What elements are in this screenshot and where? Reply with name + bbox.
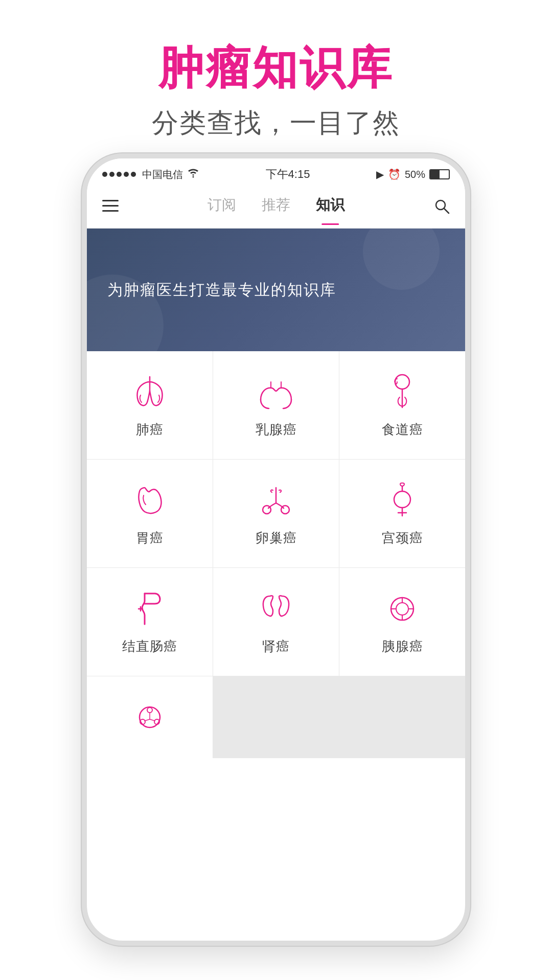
grid-item-kidney[interactable]: 肾癌 (213, 568, 339, 676)
grid-item-lung[interactable]: 肺癌 (87, 351, 213, 459)
pancreas-icon (382, 588, 423, 629)
stomach-icon (129, 480, 170, 521)
tab-recommend[interactable]: 推荐 (262, 195, 290, 220)
svg-line-31 (145, 719, 150, 721)
grid-item-other[interactable] (87, 676, 213, 758)
svg-rect-3 (102, 210, 119, 212)
colon-icon (129, 588, 170, 629)
pancreas-label: 胰腺癌 (382, 637, 423, 655)
cancer-grid: 肺癌 乳腺癌 食道癌 (87, 351, 465, 758)
ovary-label: 卵巢癌 (256, 529, 297, 547)
menu-icon[interactable] (102, 199, 119, 216)
banner: 为肿瘤医生打造最专业的知识库 (87, 229, 465, 351)
page-title-main: 肿瘤知识库 (0, 41, 552, 95)
other-icon (129, 697, 170, 738)
grid-item-colon[interactable]: 结直肠癌 (87, 568, 213, 676)
nav-tabs: 订阅 推荐 知识 (87, 187, 465, 229)
grid-item-breast[interactable]: 乳腺癌 (213, 351, 339, 459)
dot1 (102, 172, 107, 177)
signal-dots (102, 172, 136, 177)
svg-line-30 (150, 719, 155, 721)
lung-label: 肺癌 (136, 421, 164, 439)
status-left: 中国电信 (102, 168, 199, 181)
svg-point-13 (394, 491, 410, 508)
location-icon: ▶ (376, 168, 384, 180)
page-header: 肿瘤知识库 分类查找，一目了然 (0, 0, 552, 162)
svg-point-20 (396, 603, 408, 615)
cervix-icon (382, 480, 423, 521)
status-right: ▶ ⏰ 50% (376, 168, 450, 180)
time-display: 下午4:15 (266, 167, 310, 182)
dot5 (131, 172, 136, 177)
tab-knowledge[interactable]: 知识 (316, 195, 344, 220)
battery-indicator (429, 169, 450, 179)
stomach-label: 胃癌 (136, 529, 164, 547)
dot3 (117, 172, 122, 177)
cervix-label: 宫颈癌 (382, 529, 423, 547)
lung-icon (129, 372, 170, 413)
svg-point-11 (263, 506, 271, 514)
svg-rect-1 (102, 200, 119, 201)
status-bar: 中国电信 下午4:15 ▶ ⏰ 50% (87, 158, 465, 187)
battery-percent: 50% (405, 169, 425, 180)
dot2 (109, 172, 114, 177)
search-icon[interactable] (433, 198, 450, 218)
esophagus-icon (382, 372, 423, 413)
grid-item-cervix[interactable]: 宫颈癌 (339, 460, 465, 567)
kidney-label: 肾癌 (262, 637, 290, 655)
breast-icon (256, 372, 296, 413)
svg-line-5 (444, 209, 449, 213)
svg-point-0 (193, 176, 194, 178)
grid-item-ovary[interactable]: 卵巢癌 (213, 460, 339, 567)
grid-item-esophagus[interactable]: 食道癌 (339, 351, 465, 459)
banner-text: 为肿瘤医生打造最专业的知识库 (107, 280, 336, 301)
carrier-label: 中国电信 (142, 168, 183, 181)
kidney-icon (256, 588, 296, 629)
page-title-sub: 分类查找，一目了然 (0, 105, 552, 141)
alarm-icon: ⏰ (388, 168, 401, 180)
wifi-icon (187, 168, 199, 181)
phone-frame: 中国电信 下午4:15 ▶ ⏰ 50% (82, 153, 470, 946)
breast-label: 乳腺癌 (256, 421, 297, 439)
svg-point-26 (147, 708, 152, 713)
battery-bar (429, 169, 450, 179)
ovary-icon (256, 480, 296, 521)
tabs-group: 订阅 推荐 知识 (208, 195, 344, 220)
svg-point-12 (281, 506, 289, 514)
tab-subscribe[interactable]: 订阅 (208, 195, 236, 220)
grid-item-pancreas[interactable]: 胰腺癌 (339, 568, 465, 676)
colon-label: 结直肠癌 (122, 637, 177, 655)
esophagus-label: 食道癌 (382, 421, 423, 439)
dot4 (124, 172, 129, 177)
svg-rect-2 (102, 205, 119, 207)
battery-fill (430, 170, 440, 178)
grid-item-stomach[interactable]: 胃癌 (87, 460, 213, 567)
